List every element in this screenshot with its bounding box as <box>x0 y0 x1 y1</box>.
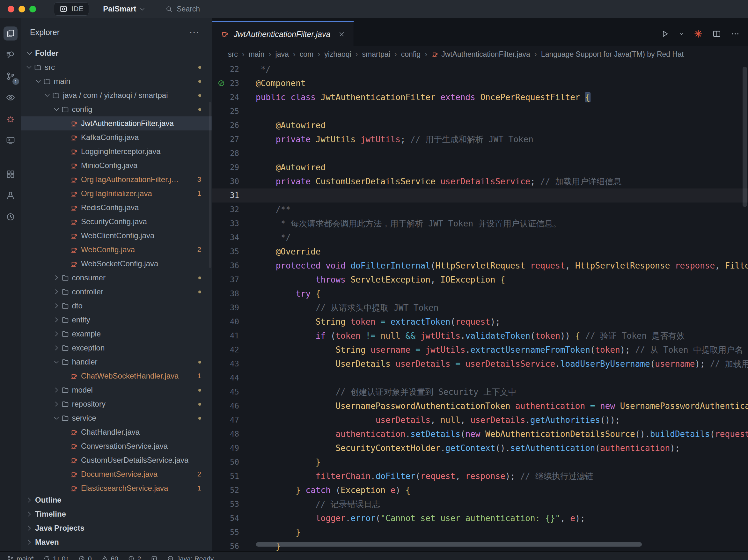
tree-file-orgtaginitializer-java[interactable]: OrgTagInitializer.java1 <box>21 187 212 201</box>
tree-folder-exception[interactable]: exception <box>21 341 212 355</box>
code-line-39[interactable]: 39 // 从请求头中提取 JWT Token <box>212 301 748 315</box>
flask-icon[interactable] <box>3 188 18 203</box>
history-icon[interactable] <box>3 210 18 224</box>
tree-file-webclientconfig-java[interactable]: WebClientConfig.java <box>21 229 212 243</box>
code-line-29[interactable]: 29 @Autowired <box>212 160 748 174</box>
code-line-50[interactable]: 50 } <box>212 455 748 469</box>
breadcrumb-item-src[interactable]: src <box>228 50 238 59</box>
code-line-53[interactable]: 53 // 记录错误日志 <box>212 497 748 511</box>
breadcrumb-item-com[interactable]: com <box>300 50 313 59</box>
code-line-49[interactable]: 49 SecurityContextHolder.getContext().se… <box>212 441 748 455</box>
section-header-folder[interactable]: Folder <box>21 46 212 60</box>
tree-folder-java-com-yizhaoqi-smartpai[interactable]: java / com / yizhaoqi / smartpai <box>21 88 212 102</box>
tree-folder-config[interactable]: config <box>21 102 212 116</box>
breadcrumb-item-jwtauthenticationfilter-java[interactable]: JwtAuthenticationFilter.java <box>431 50 530 59</box>
panel-java-projects[interactable]: Java Projects <box>21 521 212 535</box>
tree-file-minioconfig-java[interactable]: MinioConfig.java <box>21 159 212 172</box>
status-error[interactable]: 0 <box>78 555 92 560</box>
code-line-51[interactable]: 51 filterChain.doFilter(request, respons… <box>212 469 748 483</box>
search-icon[interactable] <box>3 48 18 62</box>
tree-folder-repository[interactable]: repository <box>21 397 212 411</box>
code-line-40[interactable]: 40 String token = extractToken(request); <box>212 315 748 329</box>
tree-folder-model[interactable]: model <box>21 383 212 397</box>
code-line-55[interactable]: 55 } <box>212 525 748 539</box>
tree-file-conversationservice-java[interactable]: ConversationService.java <box>21 439 212 453</box>
project-selector[interactable]: PaiSmart <box>103 4 145 14</box>
status-sync[interactable]: 1↓ 0↑ <box>43 555 69 560</box>
tree-folder-handler[interactable]: handler <box>21 355 212 369</box>
code-line-42[interactable]: 42 String username = jwtUtils.extractUse… <box>212 343 748 357</box>
breadcrumb-item-java[interactable]: java <box>276 50 289 59</box>
tree-file-chatwebsockethandler-java[interactable]: ChatWebSocketHandler.java1 <box>21 369 212 383</box>
tree-file-documentservice-java[interactable]: DocumentService.java2 <box>21 467 212 481</box>
tree-folder-service[interactable]: service <box>21 411 212 425</box>
tree-file-chathandler-java[interactable]: ChatHandler.java <box>21 425 212 439</box>
panel-outline[interactable]: Outline <box>21 493 212 507</box>
bug-icon[interactable] <box>3 112 18 126</box>
remote-icon[interactable] <box>3 133 18 147</box>
app-badge[interactable]: IDE <box>54 2 89 16</box>
breadcrumb-item-main[interactable]: main <box>249 50 265 59</box>
java-asterisk-icon[interactable] <box>694 29 703 38</box>
breadcrumb-item-language-support-for-java-tm-by-red-hat[interactable]: Language Support for Java(TM) by Red Hat <box>541 50 684 59</box>
code-line-25[interactable]: 25 <box>212 104 748 118</box>
minimize-window-button[interactable] <box>19 6 25 13</box>
breadcrumb-item-config[interactable]: config <box>401 50 421 59</box>
code-line-36[interactable]: 36 protected void doFilterInternal(HttpS… <box>212 259 748 273</box>
code-line-35[interactable]: 35 @Override <box>212 244 748 259</box>
vertical-scrollbar[interactable] <box>743 67 747 207</box>
sidebar-scrollbar[interactable] <box>209 102 211 268</box>
code-line-27[interactable]: 27 private JwtUtils jwtUtils; // 用于生成和解析… <box>212 132 748 146</box>
breadcrumb-item-yizhaoqi[interactable]: yizhaoqi <box>324 50 351 59</box>
code-line-24[interactable]: 24public class JwtAuthenticationFilter e… <box>212 90 748 104</box>
code-line-41[interactable]: 41 if (token != null && jwtUtils.validat… <box>212 329 748 343</box>
status-info[interactable]: 2 <box>128 555 141 560</box>
tree-file-logginginterceptor-java[interactable]: LoggingInterceptor.java <box>21 144 212 159</box>
tree-file-securityconfig-java[interactable]: SecurityConfig.java <box>21 215 212 229</box>
code-line-48[interactable]: 48 authentication.setDetails(new WebAuth… <box>212 427 748 441</box>
eye-icon[interactable] <box>3 91 18 104</box>
tree-file-jwtauthenticationfilter-java[interactable]: JwtAuthenticationFilter.java <box>21 116 212 131</box>
status-check[interactable]: Java: Ready <box>167 555 214 560</box>
code-line-32[interactable]: 32 /** <box>212 203 748 216</box>
run-button[interactable] <box>660 29 669 38</box>
code-line-37[interactable]: 37 throws ServletException, IOException … <box>212 273 748 287</box>
code-line-31[interactable]: 31 <box>212 188 748 203</box>
tree-folder-controller[interactable]: controller <box>21 285 212 299</box>
tree-folder-entity[interactable]: entity <box>21 313 212 327</box>
tree-file-orgtagauthorizationfilter-j[interactable]: OrgTagAuthorizationFilter.j…3 <box>21 172 212 187</box>
status-warning[interactable]: 60 <box>101 555 118 560</box>
code-line-26[interactable]: 26 @Autowired <box>212 118 748 132</box>
split-editor-icon[interactable] <box>712 29 721 38</box>
panel-timeline[interactable]: Timeline <box>21 507 212 521</box>
status-branch[interactable]: main* <box>7 555 34 560</box>
tree-folder-main[interactable]: main <box>21 74 212 88</box>
code-line-43[interactable]: 43 UserDetails userDetails = userDetails… <box>212 357 748 371</box>
tree-file-kafkaconfig-java[interactable]: KafkaConfig.java <box>21 131 212 144</box>
code-line-38[interactable]: 38 try { <box>212 287 748 301</box>
code-line-33[interactable]: 33 * 每次请求都会调用此方法，用于解析 JWT Token 并设置用户认证信… <box>212 216 748 231</box>
tree-file-elasticsearchservice-java[interactable]: ElasticsearchService.java1 <box>21 481 212 493</box>
code-line-44[interactable]: 44 <box>212 371 748 385</box>
panel-maven[interactable]: Maven <box>21 535 212 549</box>
close-tab-icon[interactable] <box>338 31 345 38</box>
tree-folder-example[interactable]: example <box>21 327 212 341</box>
tree-folder-dto[interactable]: dto <box>21 299 212 313</box>
tree-file-customuserdetailsservice-java[interactable]: CustomUserDetailsService.java <box>21 453 212 467</box>
tree-file-webconfig-java[interactable]: WebConfig.java2 <box>21 243 212 257</box>
tree-folder-consumer[interactable]: consumer <box>21 271 212 285</box>
horizontal-scrollbar[interactable] <box>256 542 642 546</box>
run-dropdown-icon[interactable] <box>679 31 684 37</box>
code-line-34[interactable]: 34 */ <box>212 231 748 244</box>
more-actions-icon[interactable] <box>731 29 740 38</box>
code-line-52[interactable]: 52 } catch (Exception e) { <box>212 483 748 497</box>
code-line-47[interactable]: 47 userDetails, null, userDetails.getAut… <box>212 413 748 427</box>
extensions-icon[interactable] <box>3 167 18 181</box>
tab-jwtauthenticationfilter-java[interactable]: JwtAuthenticationFilter.java <box>212 21 354 46</box>
code-line-23[interactable]: 23@Component <box>212 76 748 90</box>
source-control-icon[interactable]: 1 <box>3 69 18 83</box>
code-line-54[interactable]: 54 logger.error("Cannot set user authent… <box>212 511 748 525</box>
code-line-30[interactable]: 30 private CustomUserDetailsService user… <box>212 174 748 188</box>
close-window-button[interactable] <box>8 6 14 13</box>
tree-folder-src[interactable]: src <box>21 60 212 74</box>
